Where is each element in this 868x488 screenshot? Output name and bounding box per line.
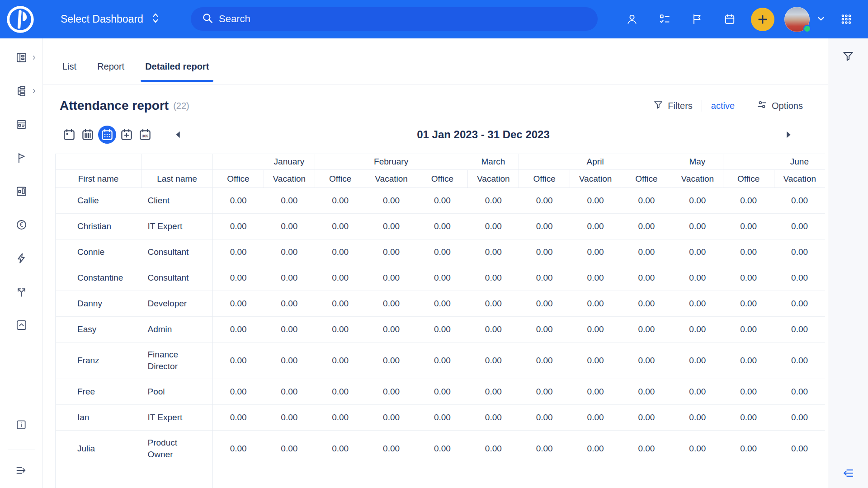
value-cell: 0.00 [366,291,417,317]
funnel-icon [653,99,664,113]
filters-active-link[interactable]: active [711,101,735,111]
euro-coin-icon: € [15,219,28,232]
sidebar-item-workflows[interactable] [0,282,43,303]
value-cell: 0.00 [723,317,774,343]
view-month-button[interactable] [98,126,116,144]
value-cell: 0.00 [315,265,366,291]
last-name-cell: Client [142,188,213,214]
value-cell: 0.00 [366,239,417,265]
user-avatar[interactable] [784,7,810,32]
value-cell: 0.00 [570,431,621,467]
value-cell: 0.00 [774,291,825,317]
app-logo[interactable] [6,5,34,33]
tab-list[interactable]: List [60,61,79,84]
value-cell: 0.00 [468,214,519,239]
value-cell: 0.00 [468,405,519,431]
view-week-button[interactable] [80,127,96,143]
value-cell: 0.00 [315,317,366,343]
first-name-cell: Julia [56,431,142,467]
first-name-cell: Free [56,379,142,405]
value-cell: 0.00 [723,188,774,214]
table-row: CallieClient0.000.000.000.000.000.000.00… [56,188,826,214]
column-header: Vacation [774,170,825,188]
panel-collapse-arrow-icon [841,474,855,481]
value-cell: 0.00 [468,379,519,405]
result-count: (22) [173,101,189,111]
collapse-panel-button[interactable] [841,466,855,481]
value-cell: 0.00 [468,239,519,265]
attendance-table-scroll[interactable]: JanuaryFebruaryMarchAprilMayJuneFirst na… [55,154,825,488]
table-row: JuliaProduct Owner0.000.000.000.000.000.… [56,431,826,467]
sidebar-item-planner-board[interactable] [0,181,43,203]
column-header: Office [621,170,672,188]
sidebar-item-projects-hierarchy[interactable] [0,81,43,103]
view-custom-range-button[interactable] [118,127,135,143]
value-cell: 0.00 [723,431,774,467]
view-day-button[interactable] [61,127,77,143]
value-cell: 0.00 [621,239,672,265]
search-bar[interactable] [191,7,598,31]
flag-icon[interactable] [691,14,703,25]
value-cell: 0.00 [723,343,774,379]
value-cell: 0.00 [774,239,825,265]
value-cell: 0.00 [519,239,570,265]
previous-period-arrow[interactable] [173,130,183,140]
table-row-partial [56,467,826,488]
panel-filter-button[interactable] [842,50,855,64]
sidebar-item-dashboards[interactable] [0,47,43,69]
column-header: First name [56,170,142,188]
value-cell: 0.00 [213,291,264,317]
value-cell: 0.00 [621,405,672,431]
sidebar-item-workspace[interactable] [0,114,43,136]
sidebar-item-info[interactable] [0,414,43,436]
value-cell: 0.00 [468,343,519,379]
value-cell: 0.00 [570,405,621,431]
first-name-cell: Danny [56,291,142,317]
dashboard-selector[interactable]: Select Dashboard [61,12,160,27]
column-header: Vacation [264,170,315,188]
value-cell: 0.00 [468,291,519,317]
search-icon [202,12,213,26]
date-range-label[interactable]: 01 Jan 2023 - 31 Dec 2023 [183,128,783,141]
value-cell: 0.00 [723,265,774,291]
last-name-cell: Developer [142,291,213,317]
tasks-checklist-icon[interactable] [659,14,670,25]
value-cell: 0.00 [621,265,672,291]
sidebar-item-finance[interactable]: € [0,215,43,236]
last-name-cell: Product Owner [142,431,213,467]
first-name-cell: Callie [56,188,142,214]
last-name-cell: IT Expert [142,405,213,431]
calendar-view-switcher: 365 [61,126,153,144]
add-new-button[interactable] [751,8,774,31]
sidebar-item-milestones[interactable] [0,148,43,169]
value-cell: 0.00 [417,265,468,291]
filters-button[interactable]: Filters [653,99,692,113]
apps-grid-icon[interactable] [840,14,852,25]
value-cell: 0.00 [774,343,825,379]
value-cell: 0.00 [417,405,468,431]
hierarchy-icon [15,85,28,99]
value-cell: 0.00 [213,379,264,405]
column-header: Vacation [468,170,519,188]
value-cell: 0.00 [417,343,468,379]
last-name-cell: Consultant [142,239,213,265]
value-cell: 0.00 [366,214,417,239]
tab-report[interactable]: Report [94,61,127,84]
expand-sidebar-button[interactable] [0,460,43,482]
value-cell: 0.00 [315,431,366,467]
value-cell: 0.00 [468,431,519,467]
sort-chevrons-icon [151,12,160,27]
search-input[interactable] [219,13,571,25]
value-cell: 0.00 [264,379,315,405]
value-cell: 0.00 [213,317,264,343]
user-menu-chevron-down-icon[interactable] [815,13,827,26]
value-cell: 0.00 [468,265,519,291]
tab-detailed-report[interactable]: Detailed report [142,61,212,84]
calendar-icon[interactable] [724,14,736,25]
sidebar-item-automations[interactable] [0,248,43,270]
next-period-arrow[interactable] [783,130,793,140]
contacts-icon[interactable] [626,14,638,25]
sidebar-item-export[interactable] [0,315,43,337]
view-year-button[interactable]: 365 [137,127,153,143]
options-button[interactable]: Options [756,99,803,113]
